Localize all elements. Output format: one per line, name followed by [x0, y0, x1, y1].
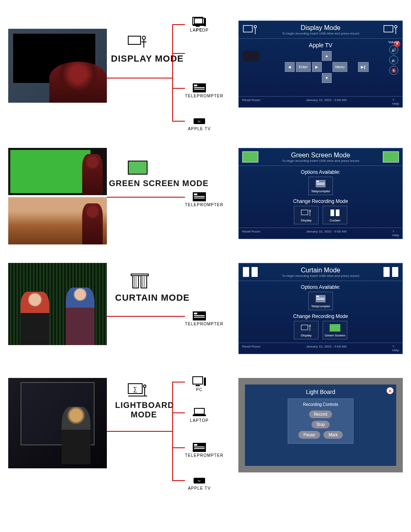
display-icon — [296, 208, 316, 218]
curtain-panel-title: Curtain Mode — [259, 267, 383, 274]
source-teleprompter-lb: TELEPROMPTER — [185, 442, 214, 458]
stop-button[interactable]: Stop — [312, 421, 330, 428]
source-appletv-lb: tv APPLE TV — [185, 474, 214, 491]
curtain-panel: Curtain Mode To begin recording insert U… — [238, 263, 403, 354]
svg-rect-39 — [141, 276, 147, 288]
svg-rect-7 — [194, 18, 204, 24]
svg-rect-50 — [383, 267, 390, 277]
curtain-header-icon-right — [383, 266, 399, 278]
svg-point-62 — [143, 385, 146, 387]
option-teleprompter[interactable]: Teleprompter — [308, 177, 333, 195]
lightboard-mode-icon: ∑ — [127, 382, 148, 398]
pc-icon — [185, 376, 214, 387]
help-link[interactable]: ?Help — [393, 230, 399, 237]
options-available-label: Options Available: — [242, 284, 399, 290]
svg-rect-8 — [193, 24, 206, 26]
svg-rect-67 — [204, 378, 206, 386]
close-button[interactable]: ✕ — [386, 387, 394, 394]
laptop-icon — [185, 407, 214, 418]
change-mode-label: Change Recording Mode — [242, 313, 399, 319]
nav-up[interactable]: ▲ — [322, 51, 332, 61]
change-to-display[interactable]: Display — [294, 206, 319, 224]
teleprompter-icon — [185, 191, 214, 203]
teleprompter-icon — [310, 179, 331, 189]
svg-rect-15 — [243, 25, 252, 32]
svg-rect-11 — [194, 87, 205, 88]
recording-controls-label: Recording Controls — [291, 402, 350, 407]
svg-rect-29 — [316, 181, 319, 182]
record-button[interactable]: Record — [309, 410, 332, 418]
photo-mars — [8, 197, 107, 244]
svg-rect-32 — [301, 210, 308, 215]
svg-point-33 — [309, 210, 311, 212]
laptop-icon — [185, 16, 214, 28]
green-panel-title: Green Screen Mode — [259, 152, 383, 159]
row-lightboard: ∑ LIGHTBOARD MODE PC LAPTOP TELEPROMPTER… — [4, 378, 407, 505]
reset-room[interactable]: Reset Room — [242, 345, 260, 352]
source-name: Apple TV — [242, 42, 399, 48]
svg-text:tv: tv — [198, 479, 201, 482]
svg-rect-0 — [128, 36, 141, 44]
change-to-greenscreen[interactable]: Green Screen — [323, 321, 347, 339]
reset-room[interactable]: Reset Room — [242, 230, 260, 237]
svg-rect-24 — [194, 196, 205, 197]
svg-rect-54 — [316, 298, 325, 299]
svg-rect-48 — [243, 267, 249, 277]
svg-point-1 — [142, 36, 145, 39]
curtain-mode-label: CURTAIN MODE — [115, 292, 189, 303]
change-to-display[interactable]: Display — [294, 321, 319, 339]
green-mode-icon — [127, 160, 148, 177]
nav-left[interactable]: ◀ — [285, 62, 295, 72]
greenscreen-icon — [325, 323, 345, 333]
svg-point-19 — [395, 25, 397, 28]
svg-rect-59 — [330, 324, 340, 332]
svg-rect-56 — [301, 325, 308, 330]
photo-lightboard — [8, 378, 107, 468]
svg-rect-31 — [316, 184, 325, 185]
lightboard-panel: ✕ Light Board Recording Controls Record … — [238, 378, 403, 472]
photo-display — [8, 29, 107, 103]
nav-right[interactable]: ▶ — [312, 62, 322, 72]
svg-rect-26 — [242, 152, 258, 162]
volume-label: Volume — [388, 40, 400, 44]
change-to-curtain[interactable]: Curtain — [323, 206, 347, 224]
nav-enter[interactable]: Enter — [296, 62, 311, 72]
teleprompter-icon — [185, 310, 214, 322]
nav-menu[interactable]: Menu — [332, 62, 348, 72]
mark-button[interactable]: Mark — [323, 431, 342, 439]
pause-button[interactable]: Pause — [298, 431, 320, 439]
svg-rect-25 — [194, 198, 205, 198]
green-header-icon-right — [383, 151, 399, 163]
photo-greenscreen — [8, 148, 107, 195]
volume-mute[interactable]: 🔇 — [389, 66, 398, 75]
help-link[interactable]: ?Help — [393, 345, 399, 352]
svg-rect-69 — [193, 415, 206, 416]
svg-point-16 — [254, 25, 256, 28]
source-teleprompter: TELEPROMPTER — [185, 82, 214, 98]
source-laptop-lb: LAPTOP — [185, 407, 214, 423]
display-panel-subtitle: To begin recording insert USB drive and … — [259, 32, 383, 35]
option-teleprompter[interactable]: Teleprompter — [308, 292, 333, 310]
nav-down[interactable]: ▼ — [322, 73, 332, 83]
volume-down[interactable]: 🔉 — [389, 55, 398, 64]
row-display: DISPLAY MODE PC LAPTOP TELEPROMPTER tv A… — [4, 16, 407, 140]
svg-rect-30 — [316, 183, 325, 184]
display-mode-icon — [127, 33, 148, 49]
help-link[interactable]: ?Help — [393, 98, 399, 106]
reset-room[interactable]: Reset Room — [242, 98, 260, 106]
source-pc-lb: PC — [185, 376, 214, 392]
svg-rect-10 — [194, 85, 197, 86]
svg-text:tv: tv — [198, 120, 201, 123]
volume-up[interactable]: 🔊 — [389, 45, 398, 54]
photo-curtain — [8, 263, 107, 345]
display-panel-title: Display Mode — [259, 24, 383, 32]
appletv-icon: tv — [185, 474, 214, 486]
play-pause[interactable]: ▶‖ — [358, 62, 369, 72]
svg-rect-46 — [194, 315, 205, 316]
svg-rect-21 — [128, 161, 147, 174]
svg-rect-49 — [252, 267, 258, 277]
svg-rect-55 — [316, 299, 325, 300]
green-panel: Green Screen Mode To begin recording ins… — [238, 148, 403, 239]
green-mode-label: GREEN SCREEN MODE — [109, 179, 209, 188]
appletv-icon: tv — [185, 115, 214, 127]
